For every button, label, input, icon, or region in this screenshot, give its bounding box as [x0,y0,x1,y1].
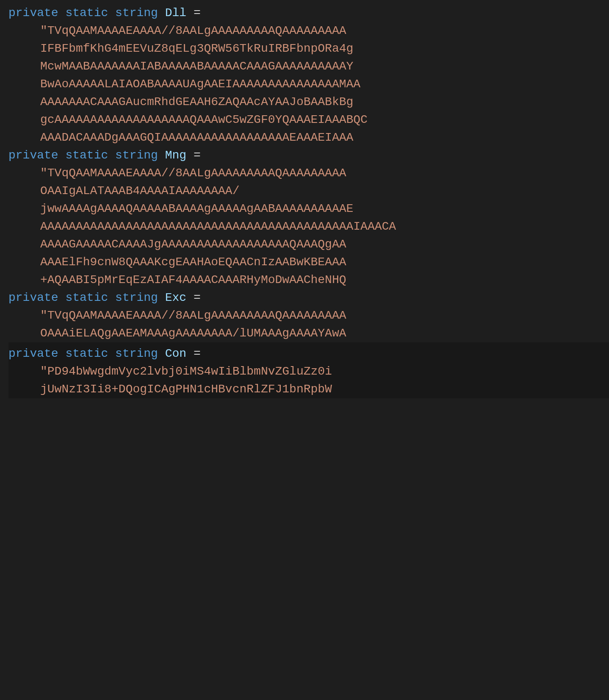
string-content-line: gcAAAAAAAAAAAAAAAAAAAQAAAwC5wZGF0YQAAAEI… [8,111,609,129]
keyword-string: string [115,6,158,19]
variable-declaration-con: private static string Con = "PD94bWwgdmV… [8,342,609,398]
string-content-line: +AQAABI5pMrEqEzAIAF4AAAACAAARHyMoDwAAChe… [8,271,609,289]
keyword-static: static [65,347,108,360]
operator-equals: = [194,291,201,304]
string-content-line: AAADACAAADgAAAGQIAAAAAAAAAAAAAAAAAAEAAAE… [8,129,609,147]
string-content-line: AAAAGAAAAACAAAAJgAAAAAAAAAAAAAAAAAAQAAAQ… [8,236,609,253]
string-content-line: "TVqQAAMAAAAEAAAA//8AALgAAAAAAAAAQAAAAAA… [8,307,609,325]
string-content-line: OAAIgALATAAAB4AAAAIAAAAAAAA/ [8,182,609,200]
operator-equals: = [194,149,201,162]
variable-declaration-mng: private static string Mng = "TVqQAAMAAAA… [8,147,609,289]
operator-equals: = [194,6,201,19]
keyword-static: static [65,291,108,304]
string-content-line: "TVqQAAMAAAAEAAAA//8AALgAAAAAAAAAQAAAAAA… [8,22,609,40]
code-line: private static string Exc = [8,289,609,307]
keyword-static: static [65,6,108,19]
string-content-line: IFBFbmfKhG4mEEVuZ8qELg3QRW56TkRuIRBFbnpO… [8,40,609,58]
code-line: private static string Dll = [8,4,609,22]
string-content-line: AAAElFh9cnW8QAAAKcgEAAHAoEQAACnIzAABwKBE… [8,253,609,271]
keyword-private: private [8,149,58,162]
operator-equals: = [194,347,201,360]
variable-name: Exc [165,291,186,304]
string-content-line: "TVqQAAMAAAAEAAAA//8AALgAAAAAAAAAQAAAAAA… [8,164,609,182]
keyword-string: string [115,149,158,162]
variable-name: Mng [165,149,186,162]
variable-name: Dll [165,6,186,19]
variable-declaration-exc: private static string Exc = "TVqQAAMAAAA… [8,289,609,342]
string-content-line: OAAAiELAQgAAEAMAAAgAAAAAAAA/lUMAAAgAAAAY… [8,325,609,342]
keyword-string: string [115,347,158,360]
variable-declaration-dll: private static string Dll = "TVqQAAMAAAA… [8,4,609,147]
keyword-private: private [8,291,58,304]
string-content-line: McwMAABAAAAAAAIABAAAAABAAAAACAAAGAAAAAAA… [8,58,609,75]
keyword-static: static [65,149,108,162]
string-content-line: "PD94bWwgdmVyc2lvbj0iMS4wIiBlbmNvZGluZz0… [8,363,609,381]
string-content-line: AAAAAAACAAAGAucmRhdGEAAH6ZAQAAcAYAAJoBAA… [8,93,609,111]
string-content-line: jwwAAAAgAAAAQAAAAABAAAAgAAAAAgAABAAAAAAA… [8,200,609,218]
string-content-line: BwAoAAAAALAIAOABAAAAUAgAAEIAAAAAAAAAAAAA… [8,75,609,93]
keyword-string: string [115,291,158,304]
string-content-line: jUwNzI3Ii8+DQogICAgPHN1cHBvcnRlZFJ1bnRpb… [8,381,609,398]
keyword-private: private [8,347,58,360]
variable-name: Con [165,347,186,360]
code-line: private static string Con = [8,345,609,363]
string-content-line: AAAAAAAAAAAAAAAAAAAAAAAAAAAAAAAAAAAAAAAA… [8,218,609,236]
code-line: private static string Mng = [8,147,609,164]
keyword-private: private [8,6,58,19]
